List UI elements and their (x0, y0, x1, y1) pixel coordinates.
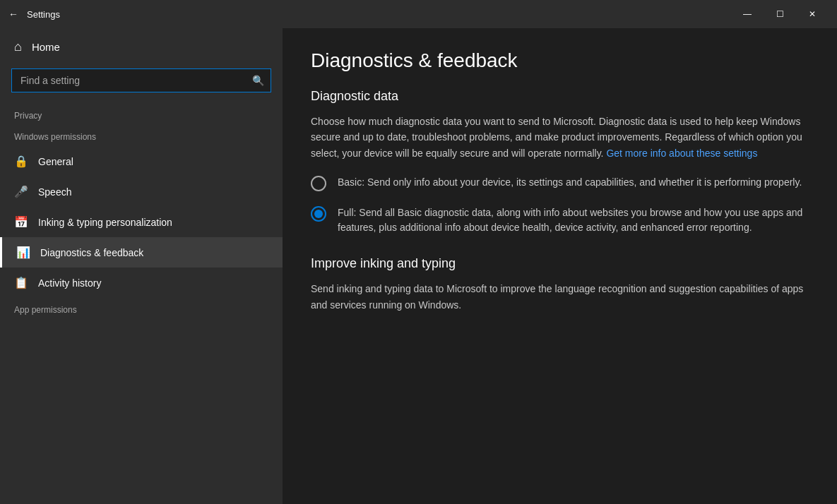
sidebar-item-general[interactable]: 🔒 General (0, 146, 283, 176)
sidebar-item-speech[interactable]: 🎤 Speech (0, 176, 283, 207)
radio-basic[interactable]: Basic: Send only info about your device,… (311, 175, 809, 191)
radio-group: Basic: Send only info about your device,… (311, 175, 809, 235)
content-area: Diagnostics & feedback Diagnostic data C… (283, 28, 837, 504)
maximize-icon: ☐ (776, 9, 784, 19)
improve-inking-description: Send inking and typing data to Microsoft… (311, 281, 809, 313)
home-icon: ⌂ (14, 40, 22, 54)
radio-basic-label: Basic: Send only info about your device,… (338, 175, 802, 190)
search-input[interactable] (11, 68, 271, 92)
home-label: Home (32, 41, 60, 53)
diagnostic-data-title: Diagnostic data (311, 89, 809, 104)
radio-full-label: Full: Send all Basic diagnostic data, al… (338, 205, 809, 235)
maximize-button[interactable]: ☐ (764, 0, 796, 28)
improve-inking-section: Improve inking and typing Send inking an… (311, 256, 809, 313)
more-info-link[interactable]: Get more info about these settings (606, 148, 757, 159)
page-title: Diagnostics & feedback (311, 49, 809, 72)
radio-basic-circle[interactable] (311, 176, 326, 191)
general-icon: 🔒 (14, 155, 28, 168)
sidebar: ⌂ Home 🔍 Privacy Windows permissions 🔒 G… (0, 28, 283, 504)
diagnostics-icon: 📊 (16, 246, 30, 259)
close-icon: ✕ (809, 9, 816, 19)
inking-icon: 📅 (14, 215, 28, 229)
window-controls: — ☐ ✕ (731, 0, 829, 28)
minimize-button[interactable]: — (731, 0, 764, 28)
speech-label: Speech (38, 186, 71, 198)
general-label: General (38, 156, 73, 167)
app-permissions-label: App permissions (0, 298, 283, 319)
sidebar-item-diagnostics[interactable]: 📊 Diagnostics & feedback (0, 237, 283, 268)
search-box: 🔍 (11, 68, 271, 92)
back-icon: ← (8, 8, 18, 20)
app-title: Settings (27, 9, 731, 20)
home-item[interactable]: ⌂ Home (0, 28, 283, 66)
radio-full-circle[interactable] (311, 206, 326, 222)
diagnostic-data-section: Diagnostic data Choose how much diagnost… (311, 89, 809, 235)
main-layout: ⌂ Home 🔍 Privacy Windows permissions 🔒 G… (0, 28, 837, 504)
search-icon: 🔍 (252, 75, 264, 86)
back-button[interactable]: ← (8, 8, 18, 20)
diagnostic-data-description: Choose how much diagnostic data you want… (311, 114, 809, 161)
diagnostics-label: Diagnostics & feedback (40, 247, 143, 258)
close-button[interactable]: ✕ (796, 0, 829, 28)
privacy-section-label: Privacy (0, 104, 283, 125)
title-bar: ← Settings — ☐ ✕ (0, 0, 837, 28)
sidebar-item-activity[interactable]: 📋 Activity history (0, 268, 283, 298)
windows-permissions-label: Windows permissions (0, 125, 283, 146)
activity-label: Activity history (38, 277, 101, 289)
speech-icon: 🎤 (14, 185, 28, 198)
radio-full[interactable]: Full: Send all Basic diagnostic data, al… (311, 205, 809, 235)
inking-label: Inking & typing personalization (38, 217, 172, 228)
sidebar-item-inking[interactable]: 📅 Inking & typing personalization (0, 207, 283, 237)
minimize-icon: — (743, 9, 752, 19)
improve-inking-title: Improve inking and typing (311, 256, 809, 271)
activity-icon: 📋 (14, 276, 28, 289)
